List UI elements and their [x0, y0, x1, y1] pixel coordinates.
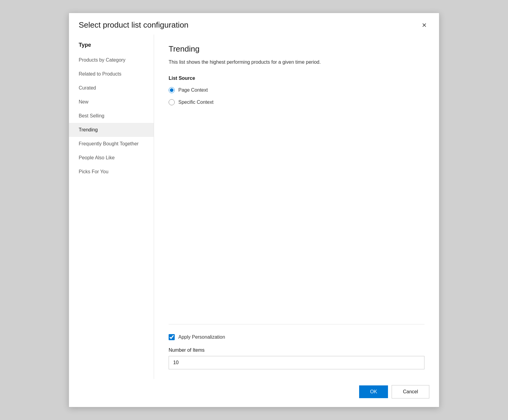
sidebar-item-new[interactable]: New	[69, 95, 154, 109]
list-source-label: List Source	[169, 76, 424, 81]
content-area: Trending This list shows the highest per…	[169, 44, 424, 314]
dialog-header: Select product list configuration ✕	[69, 13, 439, 35]
sidebar-item-products-by-category[interactable]: Products by Category	[69, 53, 154, 67]
radio-label-page-context: Page Context	[178, 87, 208, 93]
main-content: Trending This list shows the highest per…	[154, 35, 439, 379]
cancel-button[interactable]: Cancel	[392, 385, 429, 398]
radio-group: Page Context Specific Context	[169, 87, 424, 105]
content-description: This list shows the highest performing p…	[169, 59, 424, 66]
dialog: Select product list configuration ✕ Type…	[69, 13, 439, 407]
close-button[interactable]: ✕	[419, 21, 429, 29]
sidebar-item-best-selling[interactable]: Best Selling	[69, 109, 154, 123]
sidebar-item-related-to-products[interactable]: Related to Products	[69, 67, 154, 81]
sidebar-item-trending[interactable]: Trending	[69, 123, 154, 137]
dialog-overlay: Select product list configuration ✕ Type…	[0, 0, 508, 420]
dialog-footer: OK Cancel	[69, 379, 439, 407]
radio-option-specific-context[interactable]: Specific Context	[169, 99, 424, 105]
bottom-section: Apply Personalization Number of Items	[169, 314, 424, 369]
radio-page-context[interactable]	[169, 87, 175, 93]
radio-specific-context[interactable]	[169, 99, 175, 105]
dialog-title: Select product list configuration	[79, 20, 188, 30]
apply-personalization-checkbox[interactable]	[169, 334, 175, 340]
sidebar-section-title: Type	[69, 39, 154, 53]
number-of-items-label: Number of Items	[169, 347, 424, 353]
sidebar: Type Products by Category Related to Pro…	[69, 35, 154, 379]
checkbox-row: Apply Personalization	[169, 334, 424, 340]
apply-personalization-label: Apply Personalization	[178, 334, 225, 340]
ok-button[interactable]: OK	[359, 385, 388, 398]
sidebar-item-people-also-like[interactable]: People Also Like	[69, 151, 154, 165]
sidebar-item-curated[interactable]: Curated	[69, 81, 154, 95]
radio-option-page-context[interactable]: Page Context	[169, 87, 424, 93]
divider	[169, 324, 424, 324]
dialog-body: Type Products by Category Related to Pro…	[69, 35, 439, 379]
sidebar-item-picks-for-you[interactable]: Picks For You	[69, 165, 154, 179]
number-of-items-input[interactable]	[169, 356, 424, 369]
radio-label-specific-context: Specific Context	[178, 100, 214, 105]
sidebar-item-frequently-bought-together[interactable]: Frequently Bought Together	[69, 137, 154, 151]
content-title: Trending	[169, 44, 424, 54]
